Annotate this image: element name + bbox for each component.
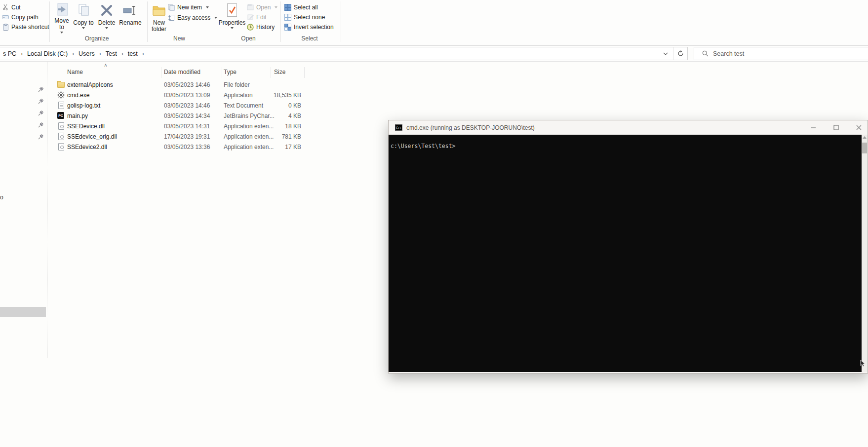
minimize-button[interactable] — [809, 123, 818, 132]
file-size: 17 KB — [257, 144, 301, 150]
breadcrumb-item[interactable]: test — [125, 50, 140, 57]
select-all-icon — [284, 4, 291, 11]
column-header-name[interactable]: Name — [67, 69, 83, 75]
file-name[interactable]: externalAppIcons — [67, 81, 113, 88]
pin-icon — [38, 133, 44, 140]
breadcrumb: s PC›Local Disk (C:)›Users›Test›test› — [0, 50, 146, 57]
ribbon-separator — [217, 1, 217, 42]
file-row[interactable]: PCmain.py03/05/2023 14:34JetBrains PyCha… — [50, 111, 376, 121]
new-folder-button[interactable]: New folder — [148, 1, 170, 33]
scrollbar-up-arrow[interactable] — [863, 136, 867, 139]
pycharm-icon: PC — [57, 112, 64, 119]
file-type: Application — [224, 92, 253, 99]
minimize-icon — [811, 125, 816, 130]
history-button[interactable]: History — [247, 22, 275, 32]
breadcrumb-item[interactable]: Users — [76, 50, 97, 57]
dropdown-caret — [206, 6, 209, 8]
dropdown-caret — [105, 27, 108, 29]
paste-shortcut-button[interactable]: Paste shortcut — [2, 22, 49, 32]
copy-to-button[interactable]: Copy to — [73, 1, 94, 33]
console-output[interactable]: c:\Users\Test\test> — [389, 135, 862, 372]
file-name[interactable]: SSEDevice.dll — [67, 123, 105, 130]
svg-text:w..: w.. — [3, 16, 6, 19]
column-header-date[interactable]: Date modified — [164, 69, 200, 75]
ribbon-separator — [280, 1, 281, 42]
file-row[interactable]: SSEDevice.dll03/05/2023 14:31Application… — [50, 121, 376, 132]
file-name[interactable]: SSEdevice2.dll — [67, 144, 107, 150]
edit-pencil-icon — [247, 14, 254, 21]
mouse-cursor — [860, 360, 867, 370]
breadcrumb-separator-icon[interactable]: › — [140, 50, 146, 57]
folder-icon — [57, 82, 65, 88]
select-none-button[interactable]: Select none — [284, 12, 325, 22]
file-size: 18 KB — [257, 123, 301, 130]
maximize-button[interactable] — [831, 123, 840, 132]
header-separator[interactable] — [304, 67, 305, 78]
cmd-title-bar[interactable]: C:\ cmd.exe (running as DESKTOP-JOORUNO\… — [389, 120, 868, 135]
file-list-pane: ˄ Name Date modified Type Size externalA… — [47, 62, 388, 437]
nav-selected-item-highlight[interactable] — [0, 307, 46, 317]
file-name[interactable]: golisp-log.txt — [67, 102, 100, 109]
address-bar[interactable]: s PC›Local Disk (C:)›Users›Test›test› — [0, 47, 688, 60]
file-date-modified: 03/05/2023 13:09 — [164, 92, 210, 99]
properties-button[interactable]: Properties — [218, 1, 246, 33]
breadcrumb-separator-icon[interactable]: › — [97, 50, 103, 57]
rename-button[interactable]: Rename — [118, 1, 142, 33]
new-item-button[interactable]: New item — [168, 2, 209, 12]
refresh-button[interactable] — [673, 47, 688, 60]
easy-access-button[interactable]: Easy access — [168, 13, 217, 22]
move-to-button[interactable]: Move to — [51, 1, 72, 33]
edit-button: Edit — [247, 12, 267, 22]
open-icon — [247, 4, 254, 11]
address-dropdown-button[interactable] — [659, 47, 672, 60]
breadcrumb-separator-icon[interactable]: › — [19, 50, 25, 57]
file-row[interactable]: SSEdevice2.dll03/05/2023 13:36Applicatio… — [50, 142, 376, 152]
header-separator[interactable] — [271, 67, 271, 78]
file-row[interactable]: SSEdevice_orig.dll17/04/2023 19:31Applic… — [50, 132, 376, 142]
file-row[interactable]: cmd.exe03/05/2023 13:09Application18,535… — [50, 90, 376, 101]
search-input[interactable]: Search test — [694, 47, 868, 60]
breadcrumb-separator-icon[interactable]: › — [119, 50, 125, 57]
history-clock-icon — [247, 24, 254, 31]
properties-icon — [226, 2, 238, 18]
console-scrollbar[interactable] — [862, 135, 868, 372]
breadcrumb-item[interactable]: s PC — [0, 50, 19, 57]
dropdown-caret — [231, 27, 234, 29]
refresh-icon — [677, 50, 684, 57]
file-size: 4 KB — [257, 112, 301, 119]
text-file-icon — [58, 102, 64, 109]
scrollbar-thumb[interactable] — [862, 143, 867, 153]
file-date-modified: 03/05/2023 14:31 — [164, 123, 210, 130]
file-size: 18,535 KB — [257, 92, 301, 99]
cut-button[interactable]: Cut — [2, 2, 21, 12]
ribbon-separator — [147, 1, 148, 42]
file-row[interactable]: externalAppIcons03/05/2023 14:46File fol… — [50, 80, 376, 90]
copy-to-icon — [77, 2, 90, 18]
copy-path-button[interactable]: w.. Copy path — [2, 12, 39, 22]
delete-button[interactable]: Delete — [96, 1, 118, 33]
nav-item-cut-text: o — [0, 194, 3, 201]
invert-selection-button[interactable]: Invert selection — [284, 22, 334, 32]
file-date-modified: 03/05/2023 14:46 — [164, 102, 210, 109]
open-button: Open — [247, 2, 277, 12]
header-separator[interactable] — [161, 67, 161, 78]
dll-icon — [58, 122, 64, 130]
close-button[interactable] — [854, 123, 863, 132]
cmd-window[interactable]: C:\ cmd.exe (running as DESKTOP-JOORUNO\… — [388, 120, 868, 373]
breadcrumb-item[interactable]: Test — [103, 50, 119, 57]
column-header-size[interactable]: Size — [274, 69, 285, 75]
file-size: 781 KB — [257, 133, 301, 140]
column-header-type[interactable]: Type — [224, 69, 237, 75]
file-name[interactable]: cmd.exe — [67, 92, 89, 99]
header-separator[interactable] — [222, 67, 222, 78]
dropdown-caret — [82, 27, 85, 29]
file-name[interactable]: SSEdevice_orig.dll — [67, 133, 117, 140]
file-date-modified: 03/05/2023 14:34 — [164, 112, 210, 119]
breadcrumb-separator-icon[interactable]: › — [70, 50, 76, 57]
address-bar-row: s PC›Local Disk (C:)›Users›Test›test› Se… — [0, 46, 868, 62]
pin-icon — [38, 121, 44, 128]
select-all-button[interactable]: Select all — [284, 2, 318, 12]
file-name[interactable]: main.py — [67, 112, 88, 119]
breadcrumb-item[interactable]: Local Disk (C:) — [25, 50, 70, 57]
file-row[interactable]: golisp-log.txt03/05/2023 14:46Text Docum… — [50, 101, 376, 111]
